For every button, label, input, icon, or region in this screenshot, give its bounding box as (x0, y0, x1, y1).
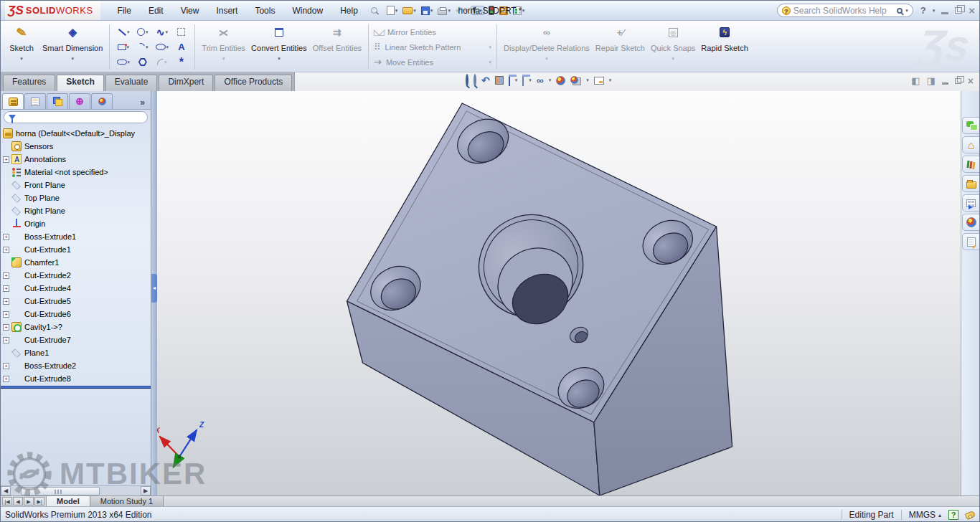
minimize-button[interactable] (941, 12, 948, 14)
tree-item-cut-extrude1[interactable]: +Cut-Extrude1 (1, 243, 151, 256)
view-settings-icon[interactable] (594, 77, 604, 85)
corner-rectangle-tool[interactable]: ▾ (113, 39, 133, 54)
pin-menu-icon[interactable] (371, 6, 380, 15)
expand-icon[interactable]: + (3, 272, 9, 279)
menu-file[interactable]: File (110, 4, 138, 18)
rebuild-button[interactable] (487, 5, 496, 16)
view-palette-button[interactable] (962, 194, 979, 212)
property-manager-tab[interactable] (24, 93, 46, 109)
close-button[interactable]: × (969, 6, 975, 16)
dimxpert-manager-tab[interactable]: ⊕ (69, 93, 90, 109)
hide-show-items-icon[interactable]: ∞ (537, 75, 544, 86)
expand-icon[interactable]: + (3, 247, 9, 253)
move-entities-button[interactable]: ⇢ Move Entities ▾ (372, 55, 493, 70)
last-tab-icon[interactable]: ▶| (34, 497, 44, 506)
help-dropdown-caret[interactable]: ▾ (933, 8, 936, 13)
file-explorer-button[interactable] (962, 175, 979, 192)
graphics-viewport[interactable]: X Z (157, 91, 961, 495)
search-dropdown-caret[interactable]: ▾ (905, 8, 908, 13)
doc-restore-icon[interactable] (955, 78, 961, 84)
display-style-icon[interactable] (522, 75, 524, 85)
view-orientation-icon[interactable] (509, 75, 510, 85)
panel-horizontal-scrollbar[interactable]: ◀ ▶ (1, 485, 151, 495)
convert-entities-button[interactable]: Convert Entities ▾ (248, 23, 310, 71)
tree-item-chamfer1[interactable]: Chamfer1 (1, 256, 151, 269)
tree-item-cut-extrude6[interactable]: +Cut-Extrude6 (1, 308, 151, 321)
expand-icon[interactable]: + (3, 363, 9, 369)
tree-item-top-plane[interactable]: Top Plane (1, 191, 151, 204)
polygon-tool[interactable] (133, 54, 152, 70)
line-tool[interactable]: ▾ (113, 24, 133, 39)
help-search-box[interactable]: ? Search SolidWorks Help ▾ (777, 4, 913, 17)
pane-left-icon[interactable]: ◧ (911, 76, 920, 86)
quick-tips-icon[interactable]: ? (948, 510, 958, 520)
panel-splitter[interactable]: ◂ (151, 91, 157, 495)
display-manager-tab[interactable] (91, 93, 113, 109)
sketch-fillet-tool[interactable]: ▾ (152, 54, 171, 70)
menu-tools[interactable]: Tools (248, 4, 282, 18)
tab-office-products[interactable]: Office Products (215, 75, 292, 91)
appearances-scenes-button[interactable] (962, 214, 979, 231)
tree-item-horna-default-default-display[interactable]: horna (Default<<Default>_Display (1, 127, 151, 140)
trim-entities-button[interactable]: Trim Entities ▾ (199, 23, 248, 71)
first-tab-icon[interactable]: |◀ (2, 497, 12, 506)
print-button[interactable]: ▾ (436, 6, 452, 16)
zoom-to-fit-icon[interactable] (466, 75, 468, 85)
menu-edit[interactable]: Edit (141, 4, 171, 18)
tree-filter-input[interactable] (4, 111, 148, 123)
tree-item-sensors[interactable]: Sensors (1, 140, 151, 153)
tree-item-material-not-specified[interactable]: Material <not specified> (1, 166, 151, 179)
model-tab-model[interactable]: Model (47, 496, 90, 506)
model-tab-motion-study-1[interactable]: Motion Study 1 (90, 496, 164, 506)
options-button[interactable]: ▾ (512, 6, 527, 16)
expand-icon[interactable]: + (3, 324, 9, 331)
new-document-button[interactable]: ▾ (385, 5, 400, 16)
offset-entities-button[interactable]: ⇉ Offset Entities (310, 23, 364, 71)
arc-tool[interactable]: ▾ (133, 39, 152, 54)
menu-help[interactable]: Help (333, 4, 365, 18)
selection-box-tool[interactable] (171, 24, 191, 39)
linear-sketch-pattern-button[interactable]: ⠿ Linear Sketch Pattern ▾ (372, 40, 493, 54)
tab-features[interactable]: Features (3, 75, 55, 91)
doc-close-icon[interactable]: × (968, 77, 974, 86)
expand-icon[interactable]: + (3, 311, 9, 318)
part-3d-view[interactable]: X Z (157, 91, 961, 495)
tree-item-cut-extrude2[interactable]: +Cut-Extrude2 (1, 269, 151, 282)
collapse-panel-handle[interactable]: ◂ (151, 274, 157, 303)
tab-evaluate[interactable]: Evaluate (105, 75, 158, 91)
zoom-to-area-icon[interactable] (473, 75, 476, 85)
doc-minimize-icon[interactable] (942, 82, 948, 85)
prev-tab-icon[interactable]: ◀ (13, 497, 23, 506)
expand-icon[interactable]: + (3, 285, 9, 292)
tree-item-plane1[interactable]: Plane1 (1, 346, 151, 359)
expand-icon[interactable]: + (3, 156, 9, 163)
tree-item-cut-extrude5[interactable]: +Cut-Extrude5 (1, 295, 151, 308)
rapid-sketch-button[interactable]: ϟ Rapid Sketch (698, 23, 750, 71)
previous-view-icon[interactable]: ↶ (481, 75, 490, 85)
tree-item-cut-extrude4[interactable]: +Cut-Extrude4 (1, 282, 151, 295)
help-button[interactable]: ? (920, 5, 926, 16)
tab-dimxpert[interactable]: DimXpert (159, 75, 213, 91)
quick-snaps-button[interactable]: ◎ Quick Snaps ▾ (648, 23, 698, 71)
menu-view[interactable]: View (174, 4, 207, 18)
tree-item-boss-extrude2[interactable]: +Boss-Extrude2 (1, 359, 151, 372)
undo-button[interactable]: ↶▾ (454, 6, 468, 16)
pane-right-icon[interactable]: ◨ (927, 76, 936, 86)
expand-icon[interactable]: + (3, 234, 9, 240)
open-button[interactable]: ▾ (401, 6, 418, 15)
tab-sketch[interactable]: Sketch (57, 75, 103, 91)
tree-item-cut-extrude8[interactable]: +Cut-Extrude8 (1, 372, 151, 385)
tag-icon[interactable] (965, 510, 976, 520)
tree-item-origin[interactable]: Origin (1, 217, 151, 230)
solidworks-resources-button[interactable]: ⌂ (962, 136, 979, 153)
scroll-right-icon[interactable]: ▶ (141, 486, 151, 495)
panel-tabs-overflow[interactable]: » (140, 98, 149, 109)
ellipse-tool[interactable]: ▾ (152, 39, 171, 54)
menu-window[interactable]: Window (285, 4, 330, 18)
tree-item-front-plane[interactable]: Front Plane (1, 179, 151, 191)
spline-tool[interactable]: ∿▾ (152, 24, 171, 39)
sketch-button[interactable]: ✎ Sketch ▾ (4, 23, 39, 71)
scroll-left-icon[interactable]: ◀ (1, 486, 11, 495)
custom-properties-button[interactable] (962, 233, 979, 250)
tree-item-cut-extrude7[interactable]: +Cut-Extrude7 (1, 333, 151, 346)
